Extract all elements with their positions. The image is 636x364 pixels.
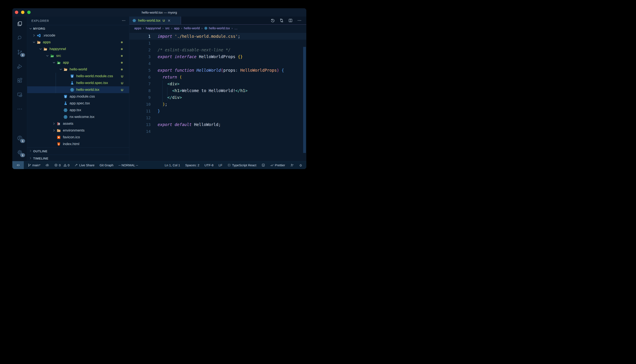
code-line[interactable]: 10 ); bbox=[129, 101, 306, 108]
code-line[interactable]: 13export default HelloWorld; bbox=[129, 121, 306, 128]
open-timeline-button[interactable] bbox=[270, 18, 275, 23]
tree-item-index-html[interactable]: 5index.html bbox=[27, 141, 129, 148]
code-line[interactable]: 6 return ( bbox=[129, 74, 306, 80]
code-line[interactable]: 7 <div> bbox=[129, 80, 306, 87]
code-line[interactable]: 1import './hello-world.module.css'; bbox=[129, 33, 306, 40]
tree-item-favicon-ico[interactable]: favicon.ico bbox=[27, 134, 129, 141]
breadcrumb-item[interactable]: … bbox=[234, 26, 238, 30]
tab-label: hello-world.tsx bbox=[138, 18, 160, 22]
tree-item-hello-world-spec-tsx[interactable]: shello-world.spec.tsxU bbox=[27, 80, 129, 86]
status-item-sync-changes[interactable] bbox=[46, 163, 49, 167]
sidebar-title-row: EXPLORER bbox=[27, 16, 129, 25]
chevron-right-icon[interactable] bbox=[52, 129, 57, 132]
status-item-remote-indicator[interactable] bbox=[12, 161, 24, 169]
breadcrumb-item[interactable]: hello-world.tsx bbox=[204, 26, 230, 30]
breadcrumb: apps›happynrwl›src›app›hello-world›hello… bbox=[129, 24, 306, 32]
explorer-more-actions-icon[interactable] bbox=[121, 18, 126, 23]
tree-indent-guide bbox=[56, 73, 56, 93]
tree-item-app-module-css[interactable]: 3app.module.css bbox=[27, 93, 129, 100]
editor-scrollbar[interactable] bbox=[303, 47, 306, 153]
code-line[interactable]: 14 bbox=[129, 128, 306, 135]
debug-icon bbox=[17, 64, 23, 69]
code-line[interactable]: 1 bbox=[129, 40, 306, 46]
code-line[interactable]: 8 <h1>Welcome to HelloWorld!</h1> bbox=[129, 87, 306, 94]
breadcrumb-item[interactable]: app bbox=[174, 26, 179, 30]
panel-header-timeline[interactable]: TIMELINE bbox=[27, 155, 129, 162]
activity-bar-item-run-and-debug[interactable] bbox=[12, 59, 27, 74]
status-item-vim-mode[interactable]: -- NORMAL -- bbox=[119, 163, 138, 167]
tree-item-app-tsx[interactable]: app.tsx bbox=[27, 107, 129, 114]
tree-item-nx-welcome-tsx[interactable]: nx-welcome.tsx bbox=[27, 114, 129, 120]
status-item-label: Live Share bbox=[79, 163, 95, 167]
activity-bar-item-settings[interactable]: 1 bbox=[12, 145, 27, 159]
breadcrumb-item[interactable]: apps bbox=[134, 26, 141, 30]
close-tab-icon[interactable] bbox=[167, 19, 171, 22]
chevron-down-icon[interactable] bbox=[59, 68, 63, 71]
status-item-problems[interactable]: 00 bbox=[54, 163, 70, 167]
code-line[interactable]: 2/* eslint-disable-next-line */ bbox=[129, 46, 306, 53]
panel-header-outline[interactable]: OUTLINE bbox=[27, 148, 129, 155]
chevron-right-icon[interactable] bbox=[52, 122, 57, 125]
tree-item-label: app.spec.tsx bbox=[70, 101, 90, 106]
activity-bar-item-search[interactable] bbox=[12, 31, 27, 45]
code-line[interactable]: 4 bbox=[129, 60, 306, 67]
status-item-notifications[interactable] bbox=[299, 163, 303, 167]
tree-item-assets[interactable]: assets bbox=[27, 120, 129, 127]
status-item-label: UTF-8 bbox=[204, 163, 214, 167]
breadcrumb-item[interactable]: src bbox=[165, 26, 170, 30]
chevron-down-icon[interactable] bbox=[52, 61, 57, 64]
tree-item-app-spec-tsx[interactable]: sapp.spec.tsx bbox=[27, 100, 129, 107]
chevron-down-icon[interactable] bbox=[32, 40, 37, 44]
tab-hello-world-tsx[interactable]: hello-world.tsx U bbox=[129, 16, 181, 24]
status-item-language-mode[interactable]: TypeScript React bbox=[227, 163, 256, 167]
tree-item-app[interactable]: app bbox=[27, 59, 129, 66]
activity-bar-item-more-views[interactable] bbox=[12, 102, 27, 116]
code-line[interactable]: 3export interface HelloWorldProps {} bbox=[129, 53, 306, 60]
tree-item-hello-world-tsx[interactable]: hello-world.tsxU bbox=[27, 86, 129, 93]
breadcrumb-item[interactable]: happynrwl bbox=[146, 26, 161, 30]
activity-bar-item-source-control[interactable]: 3 bbox=[12, 45, 27, 59]
tree-item-apps[interactable]: apps bbox=[27, 39, 129, 46]
status-item-feedback[interactable] bbox=[262, 163, 265, 167]
code-editor[interactable]: 1import './hello-world.module.css';12/* … bbox=[129, 32, 306, 161]
line-number: 10 bbox=[129, 102, 151, 106]
git-status-badge: U bbox=[121, 88, 123, 92]
breadcrumb-item[interactable]: hello-world bbox=[184, 26, 200, 30]
activity-bar-item-remote-explorer[interactable] bbox=[12, 88, 27, 102]
code-line[interactable]: 9 </div> bbox=[129, 94, 306, 101]
status-item-live-share-session[interactable] bbox=[290, 163, 294, 167]
code-line[interactable]: 12 bbox=[129, 114, 306, 121]
chevron-right-icon[interactable] bbox=[32, 34, 37, 37]
tree-item-hello-world[interactable]: hello-world bbox=[27, 66, 129, 73]
status-item-encoding[interactable]: UTF-8 bbox=[204, 163, 214, 167]
ellipsis-icon bbox=[121, 18, 126, 23]
tree-item-happynrwl[interactable]: happynrwl bbox=[27, 46, 129, 52]
open-changes-button[interactable] bbox=[279, 18, 284, 23]
chevron-down-icon[interactable] bbox=[46, 54, 50, 58]
status-item-indentation[interactable]: Spaces: 2 bbox=[185, 163, 199, 167]
smiley-icon bbox=[262, 163, 265, 167]
activity-bar-item-explorer[interactable] bbox=[12, 16, 27, 31]
more-actions-button[interactable] bbox=[297, 18, 302, 23]
status-item-end-of-line[interactable]: LF bbox=[219, 163, 223, 167]
activity-bar-item-accounts[interactable]: 1 bbox=[12, 131, 27, 145]
status-item-cursor-position[interactable]: Ln 1, Col 1 bbox=[165, 163, 180, 167]
activity-bar-item-extensions[interactable] bbox=[12, 74, 27, 88]
code-line[interactable]: 11} bbox=[129, 108, 306, 114]
status-item-live-share[interactable]: Live Share bbox=[75, 163, 95, 167]
split-editor-button[interactable] bbox=[288, 18, 293, 23]
tree-item-environments[interactable]: environments bbox=[27, 127, 129, 134]
code-line[interactable]: 5export function HelloWorld(props: Hello… bbox=[129, 67, 306, 74]
status-item-git-branch[interactable]: main* bbox=[28, 163, 40, 167]
tree-item-label: app.tsx bbox=[70, 108, 81, 112]
status-item-formatter[interactable]: Prettier bbox=[270, 163, 285, 167]
tree-item-hello-world-module-css[interactable]: 3hello-world.module.cssU bbox=[27, 73, 129, 80]
status-item-git-graph[interactable]: Git Graph bbox=[100, 163, 113, 167]
chevron-down-icon[interactable] bbox=[39, 47, 43, 51]
workspace-section-header[interactable]: MYORG bbox=[27, 25, 129, 32]
css3-icon: 3 bbox=[70, 74, 74, 78]
svg-text:s: s bbox=[66, 104, 67, 105]
tree-item--vscode[interactable]: .vscode bbox=[27, 32, 129, 39]
tree-item-src[interactable]: </>src bbox=[27, 52, 129, 59]
breadcrumb-separator: › bbox=[232, 26, 233, 30]
